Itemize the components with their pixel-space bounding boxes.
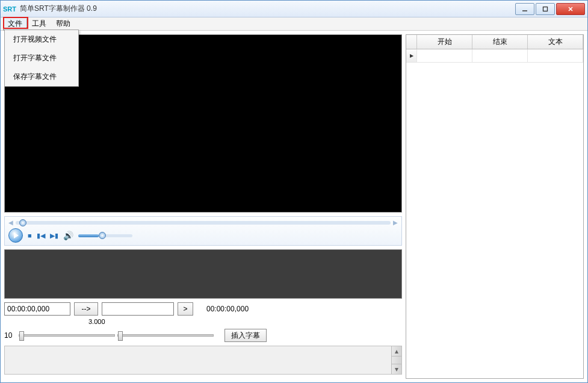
go-button[interactable]: > — [178, 302, 193, 316]
set-range-button[interactable]: --> — [74, 302, 98, 316]
next-button[interactable]: ▶▮ — [50, 232, 58, 240]
table-row[interactable] — [406, 49, 583, 63]
grid-header-text[interactable]: 文本 — [528, 35, 583, 49]
scroll-down-icon[interactable]: ▾ — [392, 364, 401, 374]
stop-button[interactable]: ■ — [28, 232, 32, 239]
seek-back-icon[interactable]: ◀ — [8, 219, 13, 226]
window-title: 简单SRT字幕制作器 0.9 — [20, 4, 97, 14]
seek-slider[interactable] — [16, 221, 391, 225]
subtitle-list-panel: ▴ ▾ — [4, 346, 402, 375]
scroll-up-icon[interactable]: ▴ — [392, 346, 401, 357]
end-time-input[interactable] — [102, 302, 174, 316]
seek-fwd-icon[interactable]: ▶ — [393, 219, 398, 226]
menu-tool[interactable]: 工具 — [27, 17, 51, 30]
file-menu-dropdown: 打开视频文件 打开字幕文件 保存字幕文件 — [4, 30, 79, 87]
grid-header-start[interactable]: 开始 — [417, 35, 472, 49]
menu-file[interactable]: 文件 — [3, 17, 27, 30]
current-time-display: 00:00:00,000 — [206, 305, 249, 313]
offset-value: 3.000 — [88, 318, 402, 325]
menu-open-subtitle[interactable]: 打开字幕文件 — [5, 49, 78, 67]
insert-subtitle-button[interactable]: 插入字幕 — [224, 329, 267, 342]
title-bar: SRT 简单SRT字幕制作器 0.9 — [1, 1, 587, 17]
svg-rect-1 — [543, 7, 548, 11]
row-indicator-icon — [406, 49, 417, 62]
scale-slider-1[interactable] — [19, 334, 115, 337]
waveform-panel — [4, 249, 402, 299]
menu-open-video[interactable]: 打开视频文件 — [5, 30, 78, 49]
vertical-scrollbar[interactable]: ▴ ▾ — [391, 346, 401, 374]
menu-save-subtitle[interactable]: 保存字幕文件 — [5, 67, 78, 86]
app-icon: SRT — [3, 5, 16, 13]
volume-icon[interactable]: 🔊 — [63, 231, 73, 240]
minimize-button[interactable] — [515, 3, 534, 15]
scale-slider-2[interactable] — [117, 334, 214, 337]
subtitle-grid[interactable]: 开始 结束 文本 — [406, 34, 584, 379]
start-time-input[interactable] — [4, 302, 70, 316]
player-controls: ◀ ▶ ■ ▮◀ ▶▮ 🔊 — [4, 216, 402, 246]
volume-slider[interactable] — [78, 234, 132, 237]
menu-help[interactable]: 帮助 — [51, 17, 75, 30]
grid-header-rowselect — [406, 35, 417, 49]
scale-label: 10 — [4, 331, 16, 340]
play-button[interactable] — [8, 228, 23, 243]
close-button[interactable] — [556, 3, 585, 15]
prev-button[interactable]: ▮◀ — [37, 232, 45, 240]
menu-bar: 文件 工具 帮助 — [1, 17, 587, 31]
maximize-button[interactable] — [536, 3, 555, 15]
grid-header-end[interactable]: 结束 — [472, 35, 528, 49]
